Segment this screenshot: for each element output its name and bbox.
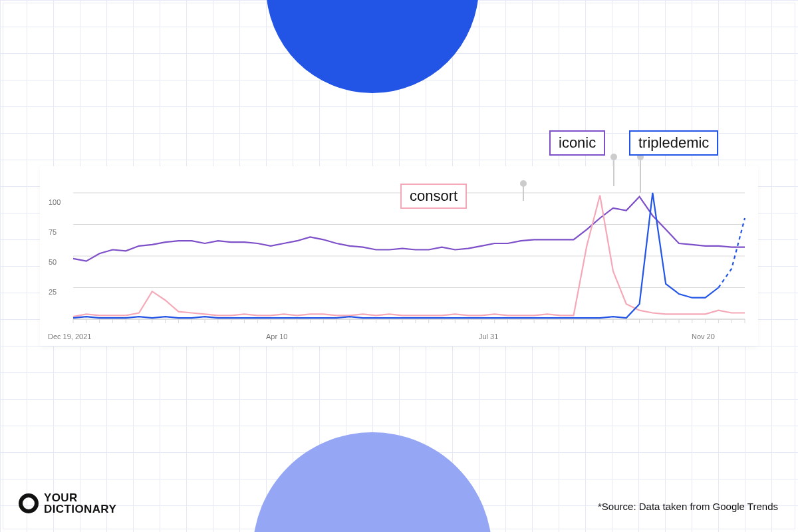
- brand-logo-icon: [19, 493, 39, 513]
- x-tick-1: Apr 10: [266, 332, 287, 340]
- legend-iconic: iconic: [549, 130, 605, 156]
- y-tick-75: 75: [49, 228, 57, 236]
- x-tick-0: Dec 19, 2021: [48, 332, 91, 340]
- x-tick-2: Jul 31: [479, 332, 498, 340]
- pin-tripledemic: [640, 160, 641, 193]
- y-tick-50: 50: [49, 258, 57, 266]
- y-tick-25: 25: [49, 288, 57, 296]
- source-note: *Source: Data taken from Google Trends: [598, 501, 778, 512]
- pin-iconic: [613, 160, 614, 186]
- legend-consort: consort: [400, 184, 467, 209]
- legend-tripledemic: tripledemic: [629, 130, 718, 156]
- brand-logo: YOUR DICTIONARY: [19, 492, 116, 515]
- y-tick-100: 100: [49, 198, 61, 206]
- pin-consort: [523, 186, 524, 201]
- x-tick-3: Nov 20: [692, 332, 715, 340]
- trend-chart: [47, 166, 751, 339]
- brand-logo-text: YOUR DICTIONARY: [44, 492, 116, 515]
